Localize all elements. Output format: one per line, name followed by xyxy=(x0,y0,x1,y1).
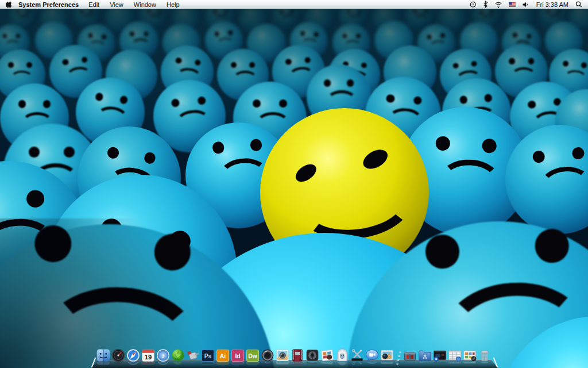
dock-finder-icon[interactable] xyxy=(96,348,111,366)
dock: 1919♪♪PsPsAiAiIdIdDwDwAA xyxy=(91,342,498,368)
dock-photoshop-icon[interactable]: PsPs xyxy=(200,348,215,366)
wifi-icon[interactable] xyxy=(492,1,505,8)
svg-text:Id: Id xyxy=(235,353,240,359)
dock-icon-reflection xyxy=(260,362,275,366)
dock-automator-icon[interactable] xyxy=(335,348,350,366)
desktop-wallpaper xyxy=(0,0,588,368)
svg-text:Dw: Dw xyxy=(248,353,258,359)
dock-tools-app-icon[interactable] xyxy=(350,348,365,366)
status-icons xyxy=(466,1,532,8)
dock-icon-reflection xyxy=(365,362,380,366)
dock-calendar-icon[interactable]: 1919 xyxy=(141,348,156,366)
svg-text:Ai: Ai xyxy=(220,353,226,359)
dock-safari-icon[interactable] xyxy=(126,348,141,366)
dock-iphoto-icon[interactable] xyxy=(275,348,290,366)
dock-trash-icon[interactable] xyxy=(477,348,492,366)
bluetooth-icon[interactable] xyxy=(479,1,492,8)
dock-icon-reflection xyxy=(477,362,492,366)
svg-text:19: 19 xyxy=(145,354,152,361)
dock-icon-reflection: Ai xyxy=(215,362,230,366)
dock-icon-reflection: Dw xyxy=(245,362,260,366)
dock-icon-reflection xyxy=(350,362,365,366)
dock-shutter-app-icon[interactable] xyxy=(305,348,320,366)
dock-icon-reflection xyxy=(432,362,447,366)
dock-icon-reflection xyxy=(462,362,477,366)
dock-applications-folder-icon[interactable]: AA xyxy=(417,348,432,366)
dock-icon-reflection: ♪ xyxy=(156,362,171,366)
dock-minimized-window-photos-icon[interactable] xyxy=(462,348,477,366)
dock-imovie-icon[interactable] xyxy=(290,348,305,366)
dock-icon-reflection xyxy=(403,362,417,366)
dock-icon-reflection: 19 xyxy=(141,362,156,366)
spotlight-search-icon[interactable] xyxy=(573,1,588,8)
dock-illustrator-icon[interactable]: AiAi xyxy=(215,348,230,366)
dock-icon-reflection xyxy=(335,362,350,366)
dock-icon-reflection xyxy=(275,362,290,366)
dock-minimized-window-dark-icon[interactable] xyxy=(432,348,447,366)
dock-icon-reflection xyxy=(305,362,320,366)
menu-help[interactable]: Help xyxy=(161,1,185,8)
dock-icon-reflection xyxy=(171,362,185,366)
dock-dashboard-icon[interactable] xyxy=(111,348,126,366)
dock-icon-reflection xyxy=(126,362,141,366)
menu-view[interactable]: View xyxy=(105,1,129,8)
dock-icon-reflection xyxy=(320,362,335,366)
dock-green-orb-app-icon[interactable] xyxy=(171,348,185,366)
active-app-name[interactable]: System Preferences xyxy=(18,1,83,8)
dock-photo-package-app-icon[interactable] xyxy=(320,348,335,366)
dock-icon-reflection: Id xyxy=(230,362,245,366)
dock-icon-reflection: A xyxy=(417,362,432,366)
svg-text:♪: ♪ xyxy=(161,351,165,360)
dock-itunes-icon[interactable]: ♪♪ xyxy=(156,348,171,366)
svg-text:Ps: Ps xyxy=(204,353,212,359)
dock-photo-loupe-app-icon[interactable] xyxy=(380,348,394,366)
dock-minimized-window-light-icon[interactable] xyxy=(447,348,462,366)
svg-text:A: A xyxy=(423,354,427,361)
dock-utility-app-icon[interactable] xyxy=(185,348,200,366)
input-flag-us-icon[interactable] xyxy=(505,1,519,8)
dock-icon-reflection xyxy=(380,362,394,366)
menu-window[interactable]: Window xyxy=(129,1,161,8)
dock-divider xyxy=(394,349,403,366)
dock-indesign-icon[interactable]: IdId xyxy=(230,348,245,366)
dock-icon-reflection xyxy=(185,362,200,366)
svg-text:♪: ♪ xyxy=(161,362,165,363)
volume-icon[interactable] xyxy=(519,1,532,8)
dock-items: 1919♪♪PsPsAiAiIdIdDwDwAA xyxy=(96,348,493,366)
menu-edit[interactable]: Edit xyxy=(83,1,105,8)
menu-bar: System Preferences EditViewWindowHelp Fr… xyxy=(0,0,588,9)
dock-lens-app-icon[interactable] xyxy=(260,348,275,366)
dock-icon-reflection xyxy=(290,362,305,366)
dock-dreamweaver-icon[interactable]: DwDw xyxy=(245,348,260,366)
time-machine-icon[interactable] xyxy=(466,1,479,8)
dock-ichat-icon[interactable] xyxy=(365,348,380,366)
apple-menu-icon[interactable] xyxy=(0,1,18,9)
dock-crate-stack-icon[interactable] xyxy=(403,348,417,366)
dock-icon-reflection xyxy=(96,362,111,366)
dock-icon-reflection: Ps xyxy=(200,362,215,366)
menu-clock[interactable]: Fri 3:38 AM xyxy=(532,1,573,8)
app-menus: EditViewWindowHelp xyxy=(83,1,184,8)
dock-icon-reflection xyxy=(447,362,462,366)
dock-icon-reflection xyxy=(111,362,126,366)
